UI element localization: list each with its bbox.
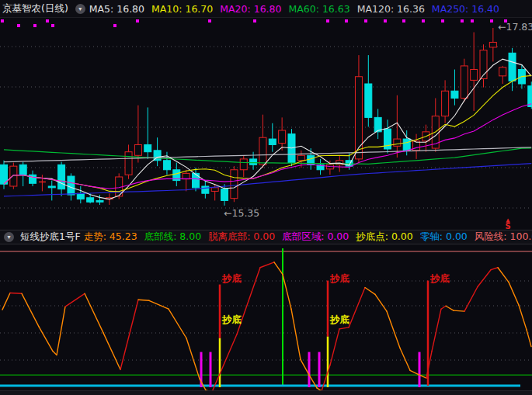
candle-up [134,144,141,155]
indicator-value-6: 风险线: 100.00 [475,230,532,242]
main-chart-header: 京基智农(日线) ▾ MA5: 16.80MA10: 16.70MA20: 16… [0,0,532,18]
candle-down [58,165,65,189]
candle-up [499,68,506,76]
signal-dot [17,24,20,27]
candle-down [19,165,26,175]
signal-dot [422,19,425,23]
price-label: ←15.35 [224,207,259,219]
signal-dot [345,19,348,23]
signal-dot [471,19,474,23]
trend-line-segment [491,268,498,270]
ma-line-MA60 [4,148,531,164]
signal-dot [253,19,256,23]
trend-line-segment [57,307,65,355]
candle-up [10,166,17,186]
caodi-label: 抄底 [329,314,350,325]
trend-line-segment [138,300,149,300]
trend-line-segment [421,376,426,378]
candle-up [461,66,468,99]
indicator-header: ▾ 短线抄底1号F 走势: 45.23底部线: 8.00脱离底部: 0.00底部… [0,230,532,244]
caodi-label: 抄底 [429,272,450,284]
trend-line-segment [446,306,454,310]
candle-down [451,91,458,98]
stock-title: 京基智农(日线) [2,2,68,16]
indicator-value-0: 走势: 45.23 [84,230,137,242]
ma-value-2: MA20: 16.80 [220,3,281,15]
candle-up [240,159,247,170]
trend-line-segment [169,309,186,338]
indicator-legend: 走势: 45.23底部线: 8.00脱离底部: 0.00底部区域: 0.00抄底… [84,230,532,244]
ma-line-MA120 [4,147,531,162]
candle-up [125,152,132,175]
candle-up [442,91,449,116]
candle-down [68,176,75,195]
ma-value-5: MA250: 16.40 [432,3,499,15]
trend-line-segment [22,293,39,327]
price-label: ←17.83 [498,21,532,33]
trend-line-segment [509,282,519,306]
signal-dot [113,24,116,27]
signal-dot [208,19,211,23]
trend-line-segment [274,262,283,275]
trend-line-segment [39,327,53,352]
caodi-label: 抄底 [221,314,242,325]
bottom-scrollbar[interactable] [0,390,532,395]
signal-dot [33,24,37,27]
indicator-value-5: 零轴: 0.00 [420,230,468,242]
candle-down [202,186,209,193]
indicator-chart[interactable]: 抄底抄底抄底抄底抄底 [0,244,532,390]
trend-line-segment [260,262,274,268]
signal-dot [364,19,367,23]
trend-line-segment [498,268,509,282]
ma-value-1: MA10: 16.70 [151,3,213,15]
chevron-down-icon[interactable]: ▾ [75,4,85,14]
signal-dot [461,19,464,23]
candle-down [403,139,410,151]
trend-line-segment [10,293,22,293]
trend-line-segment [301,359,309,375]
candle-down [193,173,200,187]
trend-line-segment [375,294,387,311]
signal-dot [1,19,4,23]
candle-down [250,159,257,165]
candle-up [259,137,266,165]
trend-line-segment [519,305,527,330]
candlestick-chart[interactable]: ←17.83←15.35 [0,17,532,230]
ma-value-0: MA5: 16.80 [89,3,144,15]
indicator-value-3: 底部区域: 0.00 [282,230,349,242]
trend-line-segment [330,329,339,366]
signal-dot [402,19,405,23]
ma-value-3: MA60: 16.63 [288,3,349,15]
signal-dot [490,19,493,23]
stock-app-window: 京基智农(日线) ▾ MA5: 16.80MA10: 16.70MA20: 16… [0,0,532,395]
ma-value-4: MA120: 16.36 [357,3,425,15]
candle-up [489,42,496,47]
candle-up [355,77,362,159]
candle-up [279,130,286,144]
candle-down [48,186,55,188]
trend-line-segment [365,288,375,295]
trend-line-segment [283,275,291,310]
candle-up [231,170,238,199]
candle-down [528,86,532,107]
indicator-value-2: 脱离底部: 0.00 [208,230,275,242]
candle-down [509,53,516,81]
sell-signal-marker: ▲ S [502,217,514,230]
trend-line-segment [441,306,446,309]
signal-dot [136,19,139,23]
chevron-down-icon[interactable]: ▾ [4,232,14,242]
indicator-value-1: 底部线: 8.00 [144,230,202,242]
trend-line-segment [103,333,120,369]
candle-down [221,189,228,201]
signal-dot [326,19,329,23]
trend-line-segment [454,310,464,311]
sell-letter: S [502,223,514,230]
caodi-label: 抄底 [221,272,242,284]
indicator-value-4: 抄底点: 0.00 [356,230,413,242]
signal-dot [51,24,54,27]
trend-line-segment [149,300,169,309]
trend-line-segment [120,300,138,369]
ma-line-MA20 [4,104,531,189]
candle-up [211,188,218,192]
candle-up [394,139,401,146]
